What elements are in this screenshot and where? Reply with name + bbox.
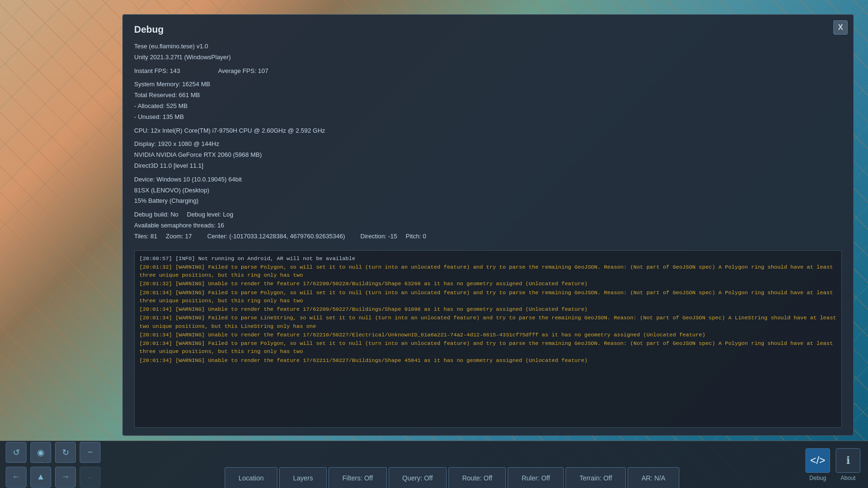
debug-build-line: Debug build: No Debug level: Log <box>134 210 842 220</box>
tab-ruler[interactable]: Ruler: Off <box>508 467 564 488</box>
close-button[interactable]: X <box>833 20 848 35</box>
dialog-title: Debug <box>134 24 842 35</box>
toolbar-tabs: LocationLayersFilters: OffQuery: OffRout… <box>106 441 798 488</box>
instant-fps: Instant FPS: 143 <box>134 66 180 76</box>
about-label: About <box>841 475 855 481</box>
directx-line: Direct3D 11.0 [level 11.1] <box>134 161 842 171</box>
rotate-left-button[interactable]: ↺ <box>6 442 27 463</box>
toolbar: ↺ ◉ ↻ − ← ▲ → – LocationLayersFilters: O… <box>0 441 868 488</box>
move-left-button[interactable]: ← <box>6 467 27 488</box>
rotate-right-button[interactable]: ↻ <box>55 442 76 463</box>
log-entry: [20:01:34] [WARNING] Failed to parse Pol… <box>139 339 837 356</box>
log-entry: [20:01:34] [WARNING] Unable to render th… <box>139 331 837 339</box>
debug-icon: </> <box>805 448 830 473</box>
log-entry: [20:01:32] [WARNING] Failed to parse Pol… <box>139 263 837 280</box>
total-reserved: Total Reserved: 661 MB <box>134 90 842 100</box>
tab-route[interactable]: Route: Off <box>448 467 506 488</box>
battery-line: 15% Battery (Charging) <box>134 196 842 206</box>
tab-location[interactable]: Location <box>225 467 277 488</box>
device-name-line: 81SX (LENOVO) (Desktop) <box>134 186 842 196</box>
gpu-line: NVIDIA NVIDIA GeForce RTX 2060 (5968 MB) <box>134 150 842 160</box>
zoom-minus-button[interactable]: − <box>80 442 101 463</box>
person-button[interactable]: ▲ <box>30 467 51 488</box>
tab-query[interactable]: Query: Off <box>389 467 447 488</box>
log-entry: [20:01:34] [WARNING] Unable to render th… <box>139 305 837 313</box>
debug-label: Debug <box>809 475 826 481</box>
log-console[interactable]: [20:00:57] [INFO] Not running on Android… <box>134 250 842 428</box>
about-icon: ℹ <box>836 448 860 473</box>
unity-version-line: Unity 2021.3.27f1 (WindowsPlayer) <box>134 53 842 63</box>
zoom-plus-button[interactable]: – <box>80 467 101 488</box>
log-entry: [20:01:34] [WARNING] Unable to render th… <box>139 356 837 364</box>
log-entry: [20:01:34] [WARNING] Failed to parse Lin… <box>139 314 837 330</box>
allocated: - Allocated: 525 MB <box>134 101 842 111</box>
debug-dialog: X Debug Tese (eu.flamino.tese) v1.0 Unit… <box>122 14 854 436</box>
tab-terrain[interactable]: Terrain: Off <box>566 467 626 488</box>
toolbar-left-controls: ↺ ◉ ↻ − ← ▲ → – <box>0 438 106 488</box>
log-entry: [20:01:32] [WARNING] Unable to render th… <box>139 280 837 288</box>
debug-info: Tese (eu.flamino.tese) v1.0 Unity 2021.3… <box>134 42 842 243</box>
fps-row: Instant FPS: 143 Average FPS: 107 <box>134 66 842 76</box>
display-line: Display: 1920 x 1080 @ 144Hz <box>134 139 842 149</box>
about-button[interactable]: ℹAbout <box>836 448 860 481</box>
tab-ar[interactable]: AR: N/A <box>628 467 679 488</box>
toolbar-right-buttons: </>DebugℹAbout <box>798 441 868 488</box>
system-memory: System Memory: 16254 MB <box>134 80 842 90</box>
log-entry: [20:01:34] [WARNING] Failed to parse Pol… <box>139 289 837 305</box>
move-right-button[interactable]: → <box>55 467 76 488</box>
unused: - Unused: 135 MB <box>134 112 842 122</box>
tab-filters[interactable]: Filters: Off <box>329 467 386 488</box>
debug-button[interactable]: </>Debug <box>805 448 830 481</box>
map-info-line: Tiles: 81 Zoom: 17 Center: (-1017033.124… <box>134 232 842 242</box>
tab-layers[interactable]: Layers <box>279 467 327 488</box>
device-line: Device: Windows 10 (10.0.19045) 64bit <box>134 175 842 185</box>
toolbar-top-row: ↺ ◉ ↻ − <box>6 442 101 463</box>
log-entry: [20:00:57] [INFO] Not running on Android… <box>139 254 837 262</box>
average-fps: Average FPS: 107 <box>218 66 268 76</box>
compass-button[interactable]: ◉ <box>30 442 51 463</box>
cpu-line: CPU: 12x Intel(R) Core(TM) i7-9750H CPU … <box>134 126 842 136</box>
semaphore-line: Available semaphore threads: 16 <box>134 221 842 231</box>
version-line: Tese (eu.flamino.tese) v1.0 <box>134 42 842 52</box>
toolbar-bottom-row: ← ▲ → – <box>6 467 101 488</box>
